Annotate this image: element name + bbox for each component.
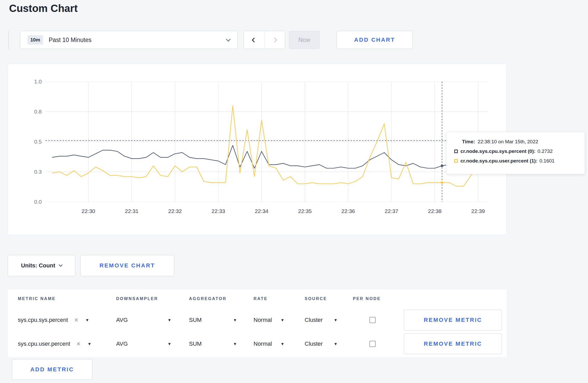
y-axis-tick-label: 1.0 — [16, 78, 42, 85]
tooltip-time-value: 22:38:10 on Mar 15th, 2022 — [478, 139, 538, 144]
x-axis-tick-label: 22:35 — [289, 208, 320, 214]
source-value: Cluster — [305, 341, 323, 347]
rate-value: Normal — [254, 341, 272, 347]
source-select[interactable]: Cluster ▾ — [305, 341, 337, 347]
units-label: Units: Count — [21, 262, 55, 269]
next-range-button[interactable] — [265, 31, 285, 49]
x-axis-tick-label: 22:33 — [203, 208, 234, 214]
metric-name-select[interactable]: sys.cpu.user.percent × ▾ — [18, 341, 116, 347]
caret-down-icon: ▾ — [281, 318, 284, 322]
tooltip-series-value: 0.1601 — [540, 158, 555, 164]
downsampler-value: AVG — [116, 317, 128, 323]
source-select[interactable]: Cluster ▾ — [305, 317, 337, 323]
chart-card: 0.00.30.50.81.022:3022:3122:3222:3322:34… — [8, 64, 507, 235]
chevron-left-icon — [252, 38, 256, 42]
x-axis-tick-label: 22:38 — [419, 208, 450, 214]
caret-down-icon: ▾ — [168, 318, 171, 322]
col-header-rate: RATE — [254, 296, 305, 301]
col-header-per-node: PER NODE — [353, 296, 404, 301]
caret-down-icon[interactable]: ▾ — [86, 318, 88, 322]
aggregator-value: SUM — [189, 341, 202, 347]
clear-metric-icon[interactable]: × — [74, 317, 78, 324]
caret-down-icon: ▾ — [281, 342, 284, 346]
downsampler-select[interactable]: AVG ▾ — [116, 341, 171, 347]
aggregator-value: SUM — [189, 317, 202, 323]
y-axis-tick-label: 0.8 — [16, 108, 42, 115]
chevron-down-icon — [226, 37, 230, 41]
remove-chart-button[interactable]: REMOVE CHART — [80, 255, 174, 276]
downsampler-select[interactable]: AVG ▾ — [116, 317, 171, 323]
caret-down-icon: ▾ — [234, 318, 236, 322]
tooltip-series-label: cr.node.sys.cpu.sys.percent (0): — [460, 148, 535, 154]
col-header-source: SOURCE — [305, 296, 353, 301]
caret-down-icon: ▾ — [334, 318, 337, 322]
tooltip-time-label: Time: — [462, 139, 475, 144]
time-range-label: Past 10 Minutes — [49, 37, 227, 44]
remove-metric-button[interactable]: REMOVE METRIC — [404, 310, 502, 330]
rate-select[interactable]: Normal ▾ — [254, 317, 284, 323]
rate-select[interactable]: Normal ▾ — [254, 341, 284, 347]
tooltip-series-value: 0.2732 — [537, 148, 552, 154]
rate-value: Normal — [254, 317, 272, 323]
col-header-metric-name: METRIC NAME — [18, 296, 116, 301]
per-node-checkbox[interactable] — [369, 317, 376, 323]
table-row: sys.cpu.sys.percent × ▾ AVG ▾ SUM ▾ Norm… — [8, 308, 507, 332]
table-row: sys.cpu.user.percent × ▾ AVG ▾ SUM ▾ Nor… — [8, 332, 507, 356]
y-axis-tick-label: 0.5 — [16, 138, 42, 145]
caret-down-icon: ▾ — [334, 342, 337, 346]
tooltip-time: Time:22:38:10 on Mar 15th, 2022 — [462, 139, 585, 145]
metric-name-value: sys.cpu.sys.percent — [18, 317, 68, 323]
metric-name-value: sys.cpu.user.percent — [18, 341, 70, 347]
now-button[interactable]: Now — [289, 31, 320, 49]
time-step-buttons — [244, 31, 285, 49]
col-header-downsampler: DOWNSAMPLER — [116, 296, 189, 301]
toolbar-divider — [8, 31, 9, 49]
col-header-aggregator: AGGREGATOR — [189, 296, 254, 301]
metrics-table: METRIC NAME DOWNSAMPLER AGGREGATOR RATE … — [8, 289, 507, 357]
prev-range-button[interactable] — [244, 31, 265, 49]
tooltip-series-label: cr.node.sys.cpu.user.percent (1): — [460, 158, 537, 164]
user-series-swatch-icon — [454, 159, 458, 163]
x-axis-tick-label: 22:31 — [116, 208, 147, 214]
x-axis-tick-label: 22:32 — [159, 208, 191, 214]
add-metric-button[interactable]: ADD METRIC — [12, 359, 92, 380]
y-axis-tick-label: 0.0 — [16, 198, 42, 205]
chart-plot[interactable] — [45, 82, 488, 202]
metric-name-select[interactable]: sys.cpu.sys.percent × ▾ — [18, 317, 116, 324]
x-axis-tick-label: 22:39 — [463, 208, 494, 214]
sys-series-swatch-icon — [454, 150, 458, 153]
custom-chart-page: Custom Chart 10m Past 10 Minutes Now ADD… — [0, 0, 588, 383]
time-range-dropdown[interactable]: 10m Past 10 Minutes — [20, 31, 237, 49]
source-value: Cluster — [305, 317, 323, 323]
caret-down-icon: ▾ — [168, 342, 171, 346]
x-axis-tick-label: 22:34 — [246, 208, 277, 214]
x-axis-tick-label: 22:37 — [376, 208, 407, 214]
aggregator-select[interactable]: SUM ▾ — [189, 341, 236, 347]
tooltip-series-row: cr.node.sys.cpu.user.percent (1): 0.1601 — [454, 158, 585, 164]
aggregator-select[interactable]: SUM ▾ — [189, 317, 236, 323]
remove-metric-button[interactable]: REMOVE METRIC — [404, 334, 502, 354]
x-axis-tick-label: 22:36 — [333, 208, 364, 214]
clear-metric-icon[interactable]: × — [76, 341, 81, 347]
chevron-right-icon — [272, 38, 277, 42]
page-title: Custom Chart — [9, 3, 78, 14]
caret-down-icon[interactable]: ▾ — [88, 342, 91, 346]
time-range-badge: 10m — [27, 35, 43, 45]
x-axis-tick-label: 22:30 — [73, 208, 104, 214]
tooltip-series-row: cr.node.sys.cpu.sys.percent (0): 0.2732 — [454, 148, 585, 154]
chevron-down-icon — [59, 263, 62, 267]
caret-down-icon: ▾ — [234, 342, 236, 346]
per-node-checkbox[interactable] — [369, 341, 376, 347]
add-chart-button[interactable]: ADD CHART — [337, 31, 413, 49]
downsampler-value: AVG — [116, 341, 128, 347]
y-axis-tick-label: 0.3 — [16, 168, 42, 175]
chart-tooltip: Time:22:38:10 on Mar 15th, 2022 cr.node.… — [446, 132, 585, 174]
units-dropdown[interactable]: Units: Count — [8, 255, 75, 276]
table-header-row: METRIC NAME DOWNSAMPLER AGGREGATOR RATE … — [8, 289, 507, 308]
